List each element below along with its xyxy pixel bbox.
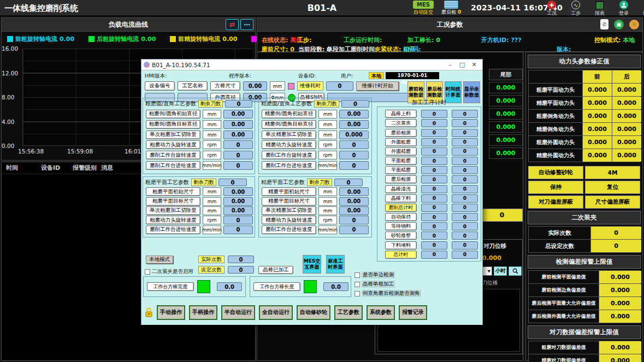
wheel-function-button[interactable]: 自动修整砂轮 [528,166,583,179]
param-value[interactable]: 0.00 [339,187,369,196]
param-value[interactable]: 0 [339,161,369,170]
wheel-function-button[interactable]: 保持 [528,181,583,194]
timing-label[interactable]: 下料堵料 [385,241,417,250]
timing-label[interactable]: 砂轮修整 [385,232,417,240]
param-value[interactable]: 0.00 [339,120,369,129]
param-label[interactable]: 粗磨平面初始尺寸 [146,187,200,196]
checkbox-icon[interactable] [355,282,360,287]
option-checkbox[interactable]: 倒直角磨后检测是否测角 [355,290,421,297]
param-label[interactable]: 粗磨动力头旋转速度 [146,140,200,149]
top-nav-item[interactable]: ✚ 工况 [543,1,560,17]
param-label[interactable]: 粗磨倒/圆角目标直径 [146,120,200,129]
set-count-value[interactable]: 0 [228,266,254,274]
dialog-nav-button[interactable]: 系统参数 [367,305,395,320]
param-label[interactable]: 粗磨倒/圆角初始直径 [146,110,200,118]
dialog-nav-button[interactable]: 手柄操作 [189,305,217,320]
remaining-knives-value[interactable]: 0 [225,100,252,108]
clamp-enable-checkbox[interactable]: 二次装夹是否启用 [145,268,193,275]
screen-status-icon[interactable]: ▣ [614,20,624,29]
palette-icon[interactable]: ❋ [629,20,639,29]
search-icon[interactable] [509,266,522,276]
dialog-titlebar[interactable]: B01_A-10.190.54.71 – □ ✕ [141,60,482,70]
checkbox-icon[interactable] [355,291,360,296]
param-label[interactable]: 精磨倒/圆角初始直径 [262,110,316,118]
param-label[interactable]: 单次精磨加工切除量 [262,130,316,139]
timing-label[interactable]: 磨前检测 [385,129,417,137]
param-label[interactable]: 磨削工作台进给速度 [262,225,316,234]
param-value[interactable]: 0.00 [223,206,253,215]
top-nav-item[interactable]: ∿ 工步 [568,1,584,17]
param-value[interactable]: 0.000 [339,130,369,139]
param-label[interactable]: 磨削工作台进给速度 [146,161,200,170]
timing-label[interactable]: 二次装夹 [385,119,417,127]
param-label[interactable]: 磨削工作台旋转速度 [262,151,316,159]
timing-label[interactable]: 磨后检测 [385,175,417,183]
dialog-nav-button[interactable]: 手动操作 [157,305,185,320]
remaining-knives-value[interactable]: 0 [218,179,247,186]
timing-label[interactable]: 等待物料 [385,222,417,230]
time-range-dropdown[interactable]: ▼ [482,266,492,276]
bar-size-button[interactable]: 方棒尺寸 [210,81,240,91]
bar-size-field[interactable]: 0.00 [243,81,267,91]
param-value[interactable]: 0 [339,140,369,149]
option-checkbox[interactable]: 晶棒单根加工 [355,281,421,288]
bar-width-label[interactable]: 工作台方棒宽度 [147,282,194,291]
after-grind-check-button[interactable]: 磨后检 0 [441,1,461,16]
param-label[interactable]: 单次粗磨加工切除量 [146,206,200,215]
timing-label[interactable]: 平面精磨 [385,166,417,174]
repair-time-field[interactable]: 0 [326,81,353,91]
param-label[interactable]: 精磨动力头旋转速度 [262,140,316,149]
timing-label[interactable]: 自动保持 [385,213,417,221]
timing-label[interactable]: 外圆粗磨 [385,138,417,146]
bar-length-label[interactable]: 工作台方棒长度 [253,282,300,291]
param-label[interactable]: 精磨平面目标尺寸 [262,197,316,206]
param-label[interactable]: 单次精磨加工切除量 [262,206,316,215]
param-label[interactable]: 粗磨动力头旋转速度 [146,216,200,224]
device-number-button[interactable]: 设备编号 [145,81,175,91]
param-label[interactable]: 磨削工作台旋转速度 [146,151,200,159]
process-name-button[interactable]: 工艺名称 [178,81,208,91]
param-value[interactable]: 0.00 [223,197,253,206]
param-value[interactable]: 0 [339,151,369,159]
wheel-function-button[interactable]: 尺寸偏差屏蔽 [585,195,640,209]
wheel-function-button[interactable]: 对刀偏差屏蔽 [528,195,583,209]
top-nav-item[interactable]: 登录 [616,1,632,17]
checkbox-icon[interactable] [145,269,150,275]
remaining-knives-value[interactable]: 0 [334,179,363,186]
local-mode-button[interactable]: 本地模式 [146,256,173,264]
param-value[interactable]: 0 [223,140,253,149]
param-label[interactable]: 粗磨平面目标尺寸 [146,197,200,206]
dialog-nav-button[interactable]: 全自动运行 [259,305,293,320]
param-value[interactable]: 0.00 [223,120,253,129]
param-value[interactable]: 0 [339,216,369,224]
timing-label[interactable]: 外圆精磨 [385,147,417,156]
timing-label[interactable]: 平面粗磨 [385,157,417,165]
wheel-function-button[interactable]: 4M [585,166,640,179]
param-value[interactable]: 0 [223,161,253,170]
dialog-nav-button[interactable]: 工艺参数 [334,305,363,320]
top-nav-item[interactable]: ⚙ 设置 [640,1,644,17]
mes-submit-button[interactable]: MES 自动提交 [413,1,434,16]
param-value[interactable]: 0 [223,151,253,159]
dialog-nav-button[interactable]: 自动修砂轮 [297,305,330,320]
timing-label[interactable]: 磨削总计时 [385,204,417,212]
repair-timer-start-button[interactable]: 维修计时开始 [356,81,399,91]
param-label[interactable]: 精磨动力头旋转速度 [262,216,316,224]
remaining-knives-value[interactable]: 0 [341,100,369,108]
handheld-device-icon[interactable]: ✆ [600,19,608,29]
param-value[interactable]: 0.00 [339,110,369,118]
ingot-processed-button[interactable]: 晶棒已加工 [258,266,293,274]
bar-width-value[interactable]: 0.0 [217,282,242,291]
param-value[interactable]: 0 [339,225,369,234]
standard-time-button[interactable]: 标准工时界面 [326,255,345,274]
param-value[interactable]: 0.00 [339,206,369,215]
mes-interface-button[interactable]: MES交互界面 [303,255,321,274]
checkbox-icon[interactable] [355,272,360,278]
bar-length-value[interactable]: 0.0 [323,282,348,291]
timing-label[interactable]: 晶棒下料 [385,194,417,203]
timing-label[interactable]: 总计时 [385,251,417,259]
param-value[interactable]: 0.00 [339,197,369,206]
chart-comment-icon[interactable]: ⋯ [240,19,253,30]
dialog-nav-button[interactable]: 半自动运行 [221,305,255,320]
param-value[interactable]: 0.00 [223,110,253,118]
